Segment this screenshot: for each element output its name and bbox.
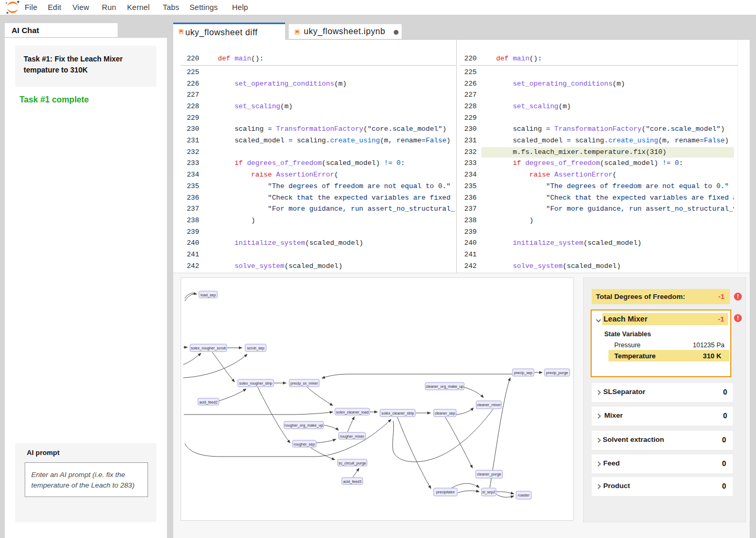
svg-text:sc_circuit_purge: sc_circuit_purge xyxy=(339,461,366,465)
svg-text:roaster: roaster xyxy=(518,493,530,498)
svg-text:scrub_sep: scrub_sep xyxy=(247,346,264,350)
svg-text:solex_rougher_strip: solex_rougher_strip xyxy=(239,381,272,386)
svg-text:solex_rougher_scrub: solex_rougher_scrub xyxy=(191,346,226,350)
svg-text:rougher_org_make_up: rougher_org_make_up xyxy=(285,423,323,428)
svg-text:solex_cleaner_strip: solex_cleaner_strip xyxy=(382,411,414,416)
svg-text:acid_feed3: acid_feed3 xyxy=(343,479,361,484)
svg-text:sl_sep2: sl_sep2 xyxy=(482,490,496,494)
svg-text:cleaner_org_make_up: cleaner_org_make_up xyxy=(426,384,464,389)
svg-text:precip_sx_mixer: precip_sx_mixer xyxy=(290,381,318,386)
svg-text:rougher_sep: rougher_sep xyxy=(293,442,314,447)
svg-text:cleaner_purge: cleaner_purge xyxy=(477,472,501,477)
svg-text:acid_feed2: acid_feed2 xyxy=(199,400,217,405)
svg-text:precip_sep: precip_sep xyxy=(514,370,532,375)
svg-text:load_sep: load_sep xyxy=(201,293,216,297)
svg-text:solex_cleaner_load: solex_cleaner_load xyxy=(336,410,369,415)
svg-text:precip_purge: precip_purge xyxy=(546,370,568,375)
svg-text:cleaner_sep: cleaner_sep xyxy=(435,411,455,416)
svg-text:precipitator: precipitator xyxy=(436,490,455,494)
svg-text:rougher_mixer: rougher_mixer xyxy=(340,434,364,439)
svg-text:cleaner_mixer: cleaner_mixer xyxy=(477,402,501,407)
